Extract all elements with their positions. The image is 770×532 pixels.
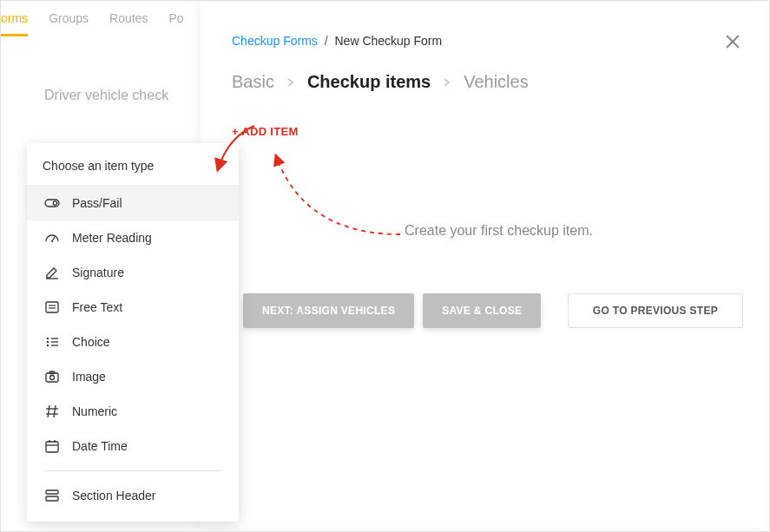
add-item-button[interactable]: + ADD ITEM [232, 125, 299, 138]
item-type-popup: Choose an item type Pass/Fail Meter Read… [27, 143, 239, 522]
popup-item-image[interactable]: Image [27, 359, 239, 394]
popup-item-label: Numeric [72, 404, 117, 418]
popup-item-label: Signature [72, 266, 124, 279]
popup-item-label: Date Time [72, 439, 128, 453]
hint-text: Create your first checkup item. [405, 223, 593, 239]
svg-point-10 [47, 338, 49, 339]
popup-item-label: Free Text [72, 300, 122, 314]
wizard-step-vehicles[interactable]: Vehicles [464, 72, 529, 92]
svg-rect-27 [46, 490, 58, 494]
breadcrumb-separator: / [325, 34, 328, 48]
choice-icon [44, 334, 60, 350]
save-close-button[interactable]: SAVE & CLOSE [423, 293, 541, 328]
wizard-steps: Basic Checkup items Vehicles [232, 72, 734, 92]
svg-line-19 [48, 405, 49, 417]
popup-item-passfail[interactable]: Pass/Fail [27, 186, 239, 220]
background-tabs: orms Groups Routes Po [1, 11, 184, 36]
bg-tab-po: Po [168, 11, 183, 36]
svg-rect-16 [46, 373, 58, 382]
popup-item-datetime[interactable]: Date Time [27, 429, 239, 463]
camera-icon [44, 369, 60, 384]
popup-item-label: Pass/Fail [72, 196, 122, 210]
svg-line-20 [54, 405, 56, 417]
popup-item-signature[interactable]: Signature [27, 255, 239, 290]
signature-icon [44, 265, 60, 280]
chevron-right-icon [286, 75, 295, 90]
section-icon [44, 488, 60, 503]
svg-point-17 [50, 376, 55, 380]
text-icon [44, 299, 60, 315]
svg-point-14 [47, 345, 49, 346]
svg-rect-18 [49, 371, 55, 374]
popup-header: Choose an item type [27, 143, 239, 186]
close-icon [725, 29, 740, 55]
previous-step-button[interactable]: GO TO PREVIOUS STEP [568, 293, 743, 328]
popup-item-section[interactable]: Section Header [27, 478, 239, 513]
toggle-icon [44, 195, 60, 211]
popup-item-label: Section Header [72, 489, 156, 502]
svg-point-3 [53, 201, 56, 205]
svg-rect-28 [46, 496, 58, 501]
next-button[interactable]: NEXT: ASSIGN VEHICLES [243, 293, 414, 328]
svg-rect-7 [46, 302, 58, 312]
svg-rect-23 [46, 442, 58, 452]
wizard-step-items[interactable]: Checkup items [307, 72, 431, 92]
breadcrumb-link[interactable]: Checkup Forms [232, 34, 318, 48]
bg-tab-routes: Routes [109, 11, 148, 36]
popup-item-label: Meter Reading [72, 231, 152, 245]
svg-point-12 [47, 341, 49, 343]
popup-item-label: Image [72, 370, 106, 384]
bg-tab-groups: Groups [49, 11, 89, 36]
gauge-icon [44, 230, 60, 246]
bg-tab-forms: orms [1, 11, 28, 36]
popup-item-meter[interactable]: Meter Reading [27, 220, 239, 255]
popup-item-freetext[interactable]: Free Text [27, 290, 239, 325]
modal-panel: Checkup Forms / New Checkup Form Basic C… [201, 3, 765, 528]
calendar-icon [44, 438, 60, 454]
background-card-title: Driver vehicle check [44, 88, 168, 103]
popup-item-label: Choice [72, 335, 110, 349]
breadcrumb: Checkup Forms / New Checkup Form [232, 34, 734, 48]
close-button[interactable] [725, 30, 740, 53]
chevron-right-icon [443, 75, 451, 90]
svg-point-5 [51, 240, 53, 242]
breadcrumb-current: New Checkup Form [334, 34, 442, 48]
hash-icon [44, 404, 60, 419]
popup-divider [44, 470, 221, 471]
wizard-step-basic[interactable]: Basic [232, 72, 274, 92]
popup-item-choice[interactable]: Choice [27, 325, 239, 359]
popup-item-numeric[interactable]: Numeric [27, 394, 239, 429]
button-row: NEXT: ASSIGN VEHICLES SAVE & CLOSE GO TO… [243, 293, 743, 328]
